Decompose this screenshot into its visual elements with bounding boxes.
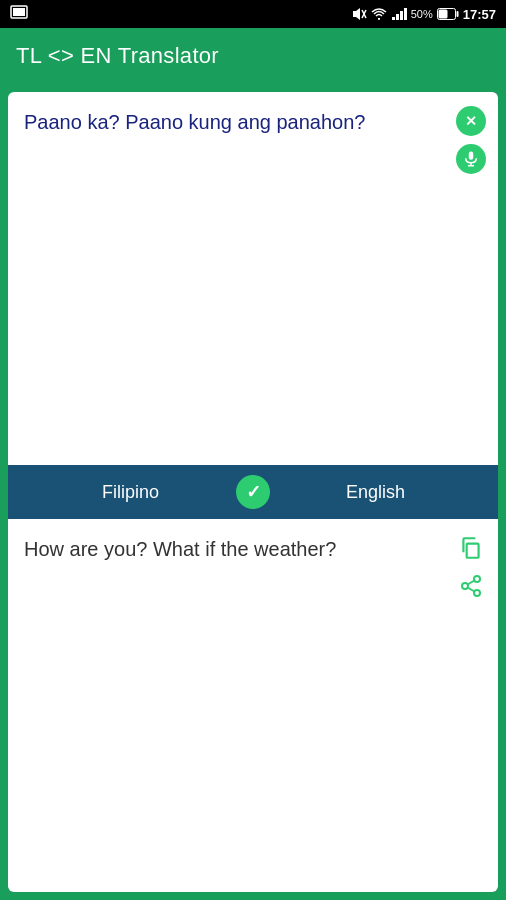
share-icon [459,574,483,598]
main-content: Paano ka? Paano kung ang panahon? Filipi… [0,84,506,900]
language-bar: Filipino English [8,465,498,519]
svg-rect-6 [392,17,395,20]
copy-icon [458,535,484,561]
svg-rect-8 [400,11,403,20]
clear-button[interactable] [456,106,486,136]
input-card: Paano ka? Paano kung ang panahon? [8,92,498,465]
mic-icon [462,150,480,168]
svg-rect-9 [404,8,407,20]
mic-button[interactable] [456,144,486,174]
app-title: TL <> EN Translator [16,43,219,69]
source-language-button[interactable]: Filipino [8,465,253,519]
app-header: TL <> EN Translator [0,28,506,84]
svg-rect-7 [396,14,399,20]
svg-point-18 [462,583,468,589]
svg-line-21 [468,581,475,585]
svg-rect-1 [13,8,25,16]
svg-rect-11 [456,11,458,17]
input-area: Paano ka? Paano kung ang panahon? [8,92,498,465]
battery-percent: 50% [411,8,433,20]
svg-marker-2 [353,8,360,20]
svg-point-5 [378,18,380,20]
svg-rect-13 [469,152,474,160]
svg-rect-16 [467,544,479,558]
svg-point-17 [474,576,480,582]
status-bar: 50% 17:57 [0,0,506,28]
target-language-button[interactable]: English [253,465,498,519]
svg-point-19 [474,590,480,596]
status-icons: 50% 17:57 [351,7,496,22]
copy-button[interactable] [456,533,486,563]
svg-line-20 [468,588,475,592]
output-text: How are you? What if the weather? [24,535,448,563]
svg-rect-12 [438,10,447,19]
language-check-indicator [236,475,270,509]
output-area: How are you? What if the weather? [8,519,498,892]
output-card: How are you? What if the weather? [8,519,498,892]
status-time: 17:57 [463,7,496,22]
input-text: Paano ka? Paano kung ang panahon? [24,108,448,136]
status-bar-left-area [10,5,28,23]
share-button[interactable] [456,571,486,601]
